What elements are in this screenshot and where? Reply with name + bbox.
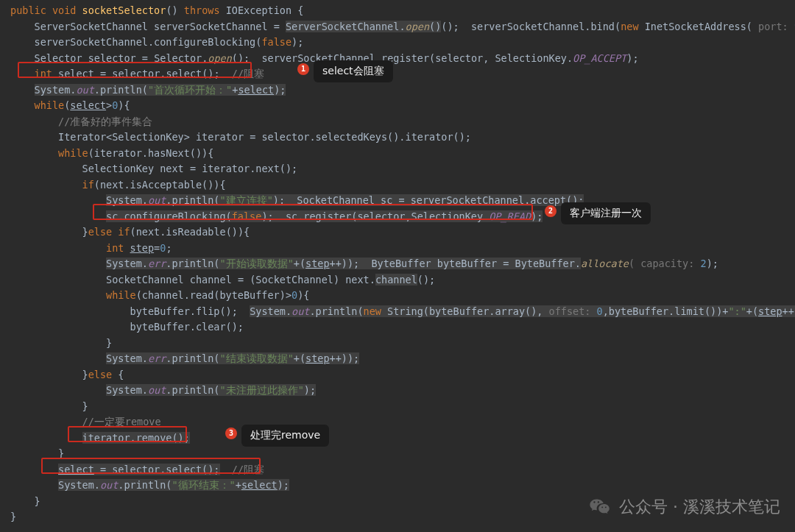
code-line: } (10, 495, 40, 507)
code-line: SelectionKey next = iterator.next(); (10, 163, 297, 174)
highlight-box-3 (68, 426, 187, 442)
watermark-text: 公众号 · 溪溪技术笔记 (619, 499, 780, 515)
highlight-box-1 (18, 62, 252, 78)
code-line: Iterator<SelectionKey> iterator = select… (10, 131, 471, 143)
highlight-box-2 (93, 204, 533, 220)
annotation-badge-1: 1 (297, 63, 309, 75)
code-line: //准备好的事件集合 (10, 116, 152, 127)
code-editor[interactable]: public void socketSelector() throws IOEx… (10, 3, 795, 525)
code-line: System.err.println("开始读取数据"+(step++)); B… (10, 258, 718, 269)
code-line: } (10, 337, 112, 349)
code-line: byteBuffer.clear(); (10, 321, 244, 333)
code-line: byteBuffer.flip(); System.out.println(ne… (10, 305, 795, 317)
watermark: 公众号 · 溪溪技术笔记 (588, 495, 780, 519)
code-line: }else { (10, 369, 124, 380)
code-line: System.err.println("结束读取数据"+(step++)); (10, 352, 359, 364)
code-line: if(next.isAcceptable()){ (10, 179, 226, 191)
code-line: } (10, 511, 16, 522)
code-line: System.out.println("循环结束："+select); (10, 479, 289, 491)
highlight-box-4 (41, 458, 261, 474)
code-line: System.out.println("首次循环开始："+select); (10, 84, 286, 96)
code-line: public void socketSelector() throws IOEx… (10, 4, 303, 16)
code-line: } (10, 400, 88, 412)
annotation-badge-2: 2 (545, 205, 556, 217)
wechat-icon (588, 495, 612, 519)
annotation-label-1: select会阻塞 (314, 60, 393, 82)
code-line: while(select>0){ (10, 99, 130, 111)
code-line: int step=0; (10, 242, 172, 254)
annotation-label-2: 客户端注册一次 (561, 202, 651, 224)
code-line: System.out.println("未注册过此操作"); (10, 384, 316, 396)
code-line: SocketChannel channel = (SocketChannel) … (10, 274, 435, 285)
code-line: serverSocketChannel.configureBlocking(fa… (10, 36, 303, 48)
code-line: }else if(next.isReadable()){ (10, 226, 250, 238)
annotation-label-3: 处理完remove (241, 425, 329, 447)
code-line: while(channel.read(byteBuffer)>0){ (10, 289, 309, 301)
annotation-badge-3: 3 (225, 428, 237, 439)
code-line: ServerSocketChannel serverSocketChannel … (10, 21, 795, 32)
code-line: while(iterator.hasNext()){ (10, 147, 213, 159)
